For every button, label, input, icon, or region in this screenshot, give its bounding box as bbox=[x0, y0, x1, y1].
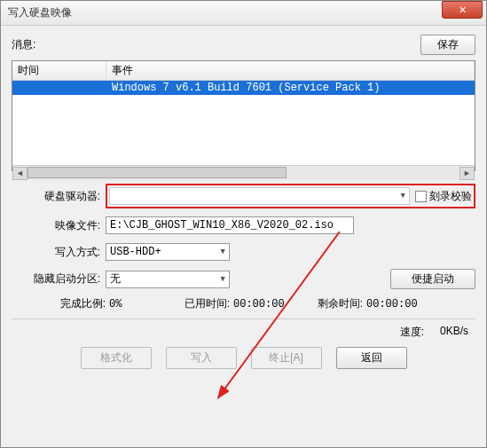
drive-highlight: ▼ 刻录校验 bbox=[106, 184, 475, 208]
drive-select[interactable]: ▼ bbox=[109, 187, 410, 205]
save-button[interactable]: 保存 bbox=[420, 35, 475, 55]
message-label: 消息: bbox=[12, 37, 420, 52]
chevron-down-icon: ▼ bbox=[221, 275, 225, 284]
hide-boot-value: 无 bbox=[110, 271, 121, 287]
close-icon: ✕ bbox=[459, 4, 467, 15]
write-mode-select[interactable]: USB-HDD+ ▼ bbox=[106, 243, 230, 261]
elapsed-label: 已用时间: bbox=[175, 296, 230, 311]
content-area: 消息: 保存 时间 事件 Windows 7 v6.1 Build 7601 (… bbox=[1, 26, 486, 378]
drive-label: 硬盘驱动器: bbox=[12, 189, 106, 204]
chevron-down-icon: ▼ bbox=[221, 248, 225, 256]
list-body: Windows 7 v6.1 Build 7601 (Service Pack … bbox=[12, 81, 475, 165]
speed-label: 速度: bbox=[400, 325, 424, 340]
write-button[interactable]: 写入 bbox=[166, 347, 237, 369]
window-title: 写入硬盘映像 bbox=[8, 5, 72, 20]
close-button[interactable]: ✕ bbox=[442, 1, 483, 19]
scroll-right-icon[interactable]: ► bbox=[460, 167, 475, 180]
elapsed-value: 00:00:00 bbox=[233, 298, 304, 310]
col-time[interactable]: 时间 bbox=[12, 61, 106, 80]
scroll-left-icon[interactable]: ◄ bbox=[12, 167, 27, 180]
remain-label: 剩余时间: bbox=[308, 296, 363, 311]
quick-boot-button[interactable]: 便捷启动 bbox=[390, 269, 475, 289]
chevron-down-icon: ▼ bbox=[401, 192, 405, 200]
image-file-input[interactable] bbox=[106, 216, 354, 234]
hide-boot-label: 隐藏启动分区: bbox=[12, 271, 106, 287]
titlebar: 写入硬盘映像 ✕ bbox=[1, 1, 486, 26]
back-button[interactable]: 返回 bbox=[336, 347, 407, 369]
divider bbox=[12, 318, 475, 319]
remain-value: 00:00:00 bbox=[366, 298, 418, 310]
list-row[interactable]: Windows 7 v6.1 Build 7601 (Service Pack … bbox=[12, 81, 475, 95]
format-button[interactable]: 格式化 bbox=[81, 347, 152, 369]
verify-label: 刻录校验 bbox=[429, 189, 472, 204]
scroll-track[interactable] bbox=[27, 167, 460, 180]
cell-time bbox=[12, 81, 106, 95]
write-mode-label: 写入方式: bbox=[12, 245, 106, 260]
horizontal-scrollbar[interactable]: ◄ ► bbox=[12, 165, 475, 180]
verify-checkbox[interactable] bbox=[415, 191, 427, 202]
done-ratio-label: 完成比例: bbox=[12, 296, 106, 311]
list-header: 时间 事件 bbox=[12, 61, 475, 81]
dialog-window: 写入硬盘映像 ✕ 消息: 保存 时间 事件 Windows 7 v6.1 Bui… bbox=[0, 0, 487, 448]
hide-boot-select[interactable]: 无 ▼ bbox=[106, 271, 230, 288]
write-mode-value: USB-HDD+ bbox=[110, 246, 161, 258]
speed-value: 0KB/s bbox=[440, 325, 468, 340]
scroll-thumb[interactable] bbox=[27, 167, 287, 178]
verify-checkbox-wrap[interactable]: 刻录校验 bbox=[415, 189, 472, 204]
stop-button[interactable]: 终止[A] bbox=[251, 347, 322, 369]
event-list[interactable]: 时间 事件 Windows 7 v6.1 Build 7601 (Service… bbox=[12, 60, 475, 171]
image-label: 映像文件: bbox=[12, 218, 106, 233]
done-ratio-value: 0% bbox=[109, 298, 171, 310]
col-event[interactable]: 事件 bbox=[106, 61, 475, 80]
cell-event: Windows 7 v6.1 Build 7601 (Service Pack … bbox=[106, 81, 475, 95]
